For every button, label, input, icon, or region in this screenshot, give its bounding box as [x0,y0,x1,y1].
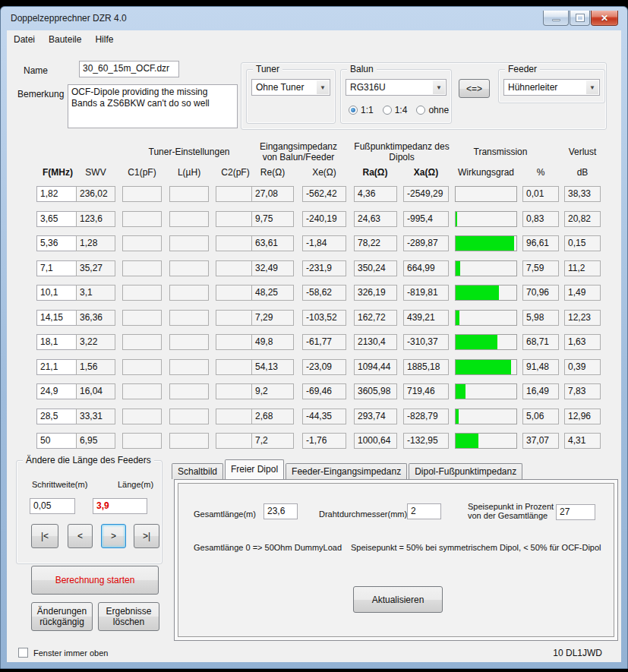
ra-cell: 162,72 [354,310,397,326]
window-controls: ✕ [542,11,618,26]
xe-cell: -61,77 [302,334,346,350]
speisepunkt-input[interactable]: 27 [556,504,595,520]
xa-cell: -289,87 [403,235,449,251]
aenderungen-rueckgaengig-button[interactable]: Änderungen rückgängig [31,602,93,631]
xa-cell: 664,99 [403,260,449,276]
hint-speisepunkt: Speisepunkt = 50% bei symmetrischem Dipo… [351,543,601,552]
freq-input[interactable]: 21,1 [36,359,79,375]
l-cell [169,211,209,227]
balun-radio-1-4[interactable]: 1:4 [383,105,408,115]
freq-input[interactable]: 28,5 [36,409,79,424]
tuner-group: Tuner [246,69,336,124]
tuner-select[interactable]: Ohne Tuner ▼ [251,79,330,96]
xa-cell: -828,79 [403,409,449,424]
feeder-select[interactable]: Hühnerleiter ▼ [503,79,600,96]
balun-radio-ohne[interactable]: ohne [416,105,449,115]
feeder-nav-button-next[interactable]: > [101,524,126,548]
bemerkung-label: Bemerkung [17,89,64,99]
xe-cell: -231,9 [302,260,346,276]
freq-input[interactable]: 7,1 [36,260,79,276]
schrittweite-label: Schrittweite(m) [32,480,87,489]
close-button[interactable]: ✕ [591,11,618,26]
xe-cell: -69,46 [302,383,346,399]
xe-cell: -23,09 [302,359,346,375]
pct-cell: 5,06 [522,409,559,424]
xa-cell: 1885,18 [403,359,449,375]
xe-cell: -44,35 [302,409,346,424]
swv-cell: 16,04 [76,383,115,399]
ergebnisse-loeschen-button[interactable]: Ergebnisse löschen [98,602,159,631]
maximize-button[interactable] [570,11,590,26]
balun-label: Balun [347,64,377,74]
db-cell: 7,83 [564,383,601,399]
l-cell [169,260,209,276]
freq-input[interactable]: 50 [36,433,79,449]
gesamtlaenge-input[interactable]: 23,6 [264,503,298,519]
feeder-nav-button-first[interactable]: |< [31,524,58,548]
wirkungsgrad-bar-fill [456,286,499,300]
freq-input[interactable]: 5,36 [36,235,79,251]
group-header-tuner: Tuner-Einstellungen [149,147,230,157]
freq-input[interactable]: 1,82 [36,186,79,202]
feeder-nav-button-prev[interactable]: < [68,524,93,548]
c1-cell [122,409,162,424]
wirkungsgrad-bar [455,433,517,449]
c1-cell [122,359,162,375]
freq-input[interactable]: 14,15 [36,310,79,326]
ra-cell: 3605,98 [354,383,397,399]
menu-hilfe[interactable]: Hilfe [88,30,120,49]
wirkungsgrad-bar [455,359,517,375]
menu-bauteile[interactable]: Bauteile [42,30,88,49]
minimize-icon [552,19,560,21]
menu-datei[interactable]: Datei [7,30,42,49]
re-cell: 9,75 [251,211,294,227]
ra-cell: 326,19 [354,285,397,301]
db-cell: 0,15 [564,235,601,251]
tab-schaltbild[interactable]: Schaltbild [172,463,223,479]
freq-input[interactable]: 18,1 [36,334,79,350]
freq-input[interactable]: 24,9 [36,383,79,399]
minimize-button[interactable] [543,11,569,26]
tab-feeder-eingangsimpedanz[interactable]: Feeder-Eingangsimpedanz [286,463,407,479]
tab-freier-dipol[interactable]: Freier Dipol [225,459,284,479]
berechnung-starten-button[interactable]: Berechnung starten [31,566,159,595]
bemerkung-input[interactable]: OCF-Dipole providing the missing Bands a… [68,84,238,128]
re-cell: 7,29 [251,310,294,326]
feeder-label: Feeder [505,64,540,74]
re-cell: 63,61 [251,235,294,251]
c2-cell [216,334,255,350]
pct-cell: 0,01 [522,186,559,202]
c1-cell [122,260,162,276]
swap-button[interactable]: <=> [459,79,490,98]
freq-input[interactable]: 3,65 [36,211,79,227]
xe-cell: -1,84 [302,235,346,251]
name-input[interactable]: 30_60_15m_OCF.dzr [79,61,179,77]
fenster-immer-oben-checkbox[interactable] [18,648,28,658]
drahtdurchmesser-input[interactable]: 2 [407,503,441,519]
column-header-9: Wirkungsgrad [458,167,514,178]
swv-cell: 3,1 [76,285,115,301]
group-header-transmission: Transmission [474,147,528,157]
pct-cell: 0,83 [522,211,559,227]
ra-cell: 1000,64 [354,433,397,449]
c2-cell [216,186,255,202]
l-cell [169,383,209,399]
app-window: Doppelzepprechner DZR 4.0 ✕ DateiBauteil… [0,6,628,669]
xa-cell: -310,37 [403,334,449,350]
maximize-icon [576,14,584,21]
laenge-input[interactable]: 3,9 [93,498,147,514]
aktualisieren-button[interactable]: Aktualisieren [353,586,443,613]
l-cell [169,186,209,202]
xa-cell: -132,95 [403,433,449,449]
l-cell [169,235,209,251]
schrittweite-input[interactable]: 0,05 [30,498,75,514]
swv-cell: 33,31 [76,409,115,424]
swv-cell: 6,95 [76,433,115,449]
feeder-nav-button-last[interactable]: >| [134,524,159,548]
tab-dipol-fu-punktimpedanz[interactable]: Dipol-Fußpunktimpedanz [409,463,522,479]
l-cell [169,285,209,301]
balun-select[interactable]: RG316U ▼ [346,79,447,96]
balun-radio-1-1[interactable]: 1:1 [349,105,374,115]
re-cell: 32,49 [251,260,294,276]
freq-input[interactable]: 10,1 [36,285,79,301]
